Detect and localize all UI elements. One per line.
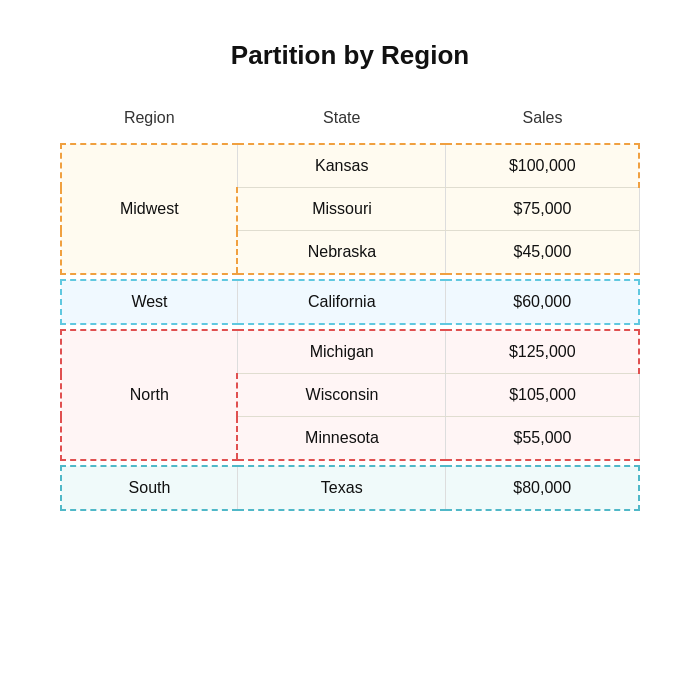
header-sales: Sales <box>446 101 639 144</box>
table-row: MidwestKansas$100,000 <box>61 144 639 188</box>
state-cell: Michigan <box>237 330 446 374</box>
state-cell: Kansas <box>237 144 446 188</box>
region-cell-north: North <box>61 330 237 460</box>
state-cell: California <box>237 280 446 324</box>
sales-cell: $60,000 <box>446 280 639 324</box>
state-cell: Minnesota <box>237 417 446 461</box>
sales-cell: $125,000 <box>446 330 639 374</box>
state-cell: Nebraska <box>237 231 446 275</box>
state-cell: Texas <box>237 466 446 510</box>
table-row: WestCalifornia$60,000 <box>61 280 639 324</box>
sales-cell: $105,000 <box>446 374 639 417</box>
partition-table: Region State Sales MidwestKansas$100,000… <box>60 101 640 511</box>
sales-cell: $75,000 <box>446 188 639 231</box>
table-row: NorthMichigan$125,000 <box>61 330 639 374</box>
table-row: SouthTexas$80,000 <box>61 466 639 510</box>
sales-cell: $55,000 <box>446 417 639 461</box>
region-cell-west: West <box>61 280 237 324</box>
sales-cell: $100,000 <box>446 144 639 188</box>
table-header-row: Region State Sales <box>61 101 639 144</box>
region-cell-midwest: Midwest <box>61 144 237 274</box>
sales-cell: $80,000 <box>446 466 639 510</box>
header-region: Region <box>61 101 237 144</box>
region-cell-south: South <box>61 466 237 510</box>
page-title: Partition by Region <box>231 40 469 71</box>
sales-cell: $45,000 <box>446 231 639 275</box>
header-state: State <box>237 101 446 144</box>
state-cell: Missouri <box>237 188 446 231</box>
state-cell: Wisconsin <box>237 374 446 417</box>
